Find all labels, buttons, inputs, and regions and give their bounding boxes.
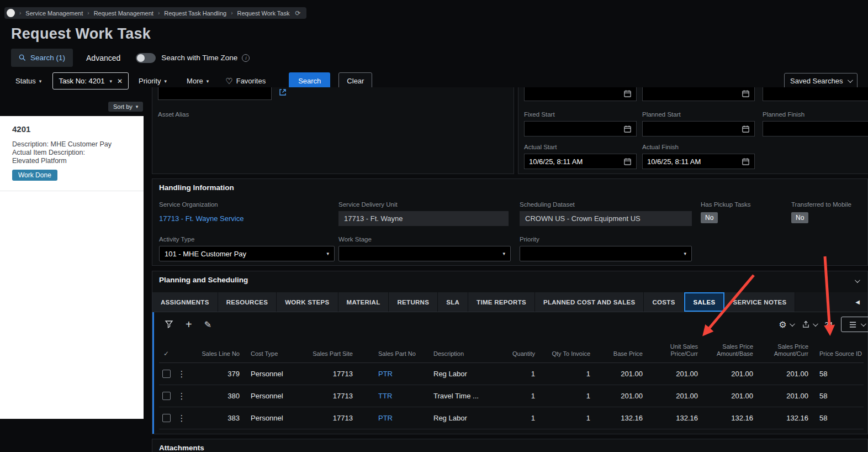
tab-material[interactable]: MATERIAL — [338, 292, 389, 312]
more-filters-dropdown[interactable]: More ▾ — [187, 77, 209, 85]
refresh-icon[interactable]: ⟳ — [295, 9, 300, 17]
col-cost-type[interactable]: Cost Type — [240, 350, 300, 358]
service-organization-link[interactable]: 17713 - Ft. Wayne Service — [159, 214, 244, 223]
col-unit-sales-price[interactable]: Unit Sales Price/Curr — [643, 343, 698, 359]
row-checkbox[interactable] — [162, 392, 171, 400]
calendar-icon[interactable] — [623, 125, 632, 133]
cell-sales-part-no-link[interactable]: TTR — [353, 392, 411, 400]
caret-down-icon: ▾ — [502, 251, 505, 256]
panel-collapse-chevron-icon[interactable] — [855, 277, 860, 283]
breadcrumb-item-request-management[interactable]: Request Management — [94, 10, 154, 17]
info-icon[interactable]: i — [242, 54, 250, 62]
actual-item-value: Elevated Platform — [12, 157, 133, 165]
sales-table-row[interactable]: ⋮ 380 Personnel 17713 TTR Travel Time ..… — [159, 385, 864, 407]
row-count: 24 — [825, 320, 833, 329]
breadcrumb-separator: › — [231, 10, 232, 16]
breadcrumb-separator: › — [87, 10, 89, 16]
calendar-icon[interactable] — [742, 157, 750, 166]
planned-finish-input[interactable] — [763, 121, 868, 136]
tab-time-reports[interactable]: TIME REPORTS — [468, 292, 535, 312]
calendar-icon[interactable] — [742, 125, 750, 133]
col-sales-price-amount-curr[interactable]: Sales Price Amount/Curr — [753, 343, 808, 359]
tab-assignments[interactable]: ASSIGNMENTS — [152, 292, 218, 312]
tab-service-notes[interactable]: SERVICE NOTES — [724, 292, 795, 312]
planning-scheduling-panel: Planning and Scheduling ASSIGNMENTS RESO… — [152, 271, 868, 434]
row-menu-kebab-icon[interactable]: ⋮ — [173, 391, 190, 401]
breadcrumb-item-request-task-handling[interactable]: Request Task Handling — [164, 10, 226, 17]
favorites-button[interactable]: ♡ Favorites — [225, 76, 266, 86]
col-qty-to-invoice[interactable]: Qty To Invoice — [535, 350, 590, 358]
calendar-icon[interactable] — [623, 157, 632, 166]
tab-sla[interactable]: SLA — [438, 292, 468, 312]
result-card-4201[interactable]: 4201 Description: MHE Customer Pay Actua… — [0, 116, 144, 191]
date-input-cut-1[interactable] — [524, 87, 637, 101]
tab-returns[interactable]: RETURNS — [389, 292, 438, 312]
sort-by-label: Sort by — [113, 103, 133, 110]
activity-type-select[interactable]: 101 - MHE Customer Pay ▾ — [159, 246, 335, 261]
work-stage-select[interactable]: ▾ — [338, 246, 511, 261]
actual-start-input[interactable]: 10/6/25, 8:11 AM — [524, 154, 637, 169]
cell-sales-line-no: 383 — [190, 414, 240, 422]
cell-cost-type: Personnel — [240, 392, 300, 400]
table-settings-dropdown[interactable]: ⚙ — [779, 319, 793, 330]
sales-table-row[interactable]: ⋮ 383 Personnel 17713 PTR Reg Labor 1 1 … — [159, 407, 864, 429]
add-row-icon[interactable]: + — [186, 318, 192, 331]
saved-searches-dropdown[interactable]: Saved Searches — [784, 73, 858, 90]
tab-planned-cost-and-sales[interactable]: PLANNED COST AND SALES — [535, 292, 644, 312]
actual-finish-input[interactable]: 10/6/25, 8:11 AM — [642, 154, 755, 169]
open-link-icon[interactable] — [278, 88, 287, 97]
col-price-source-id[interactable]: Price Source ID — [808, 350, 864, 358]
priority-label: Priority — [520, 236, 539, 243]
fixed-start-input[interactable] — [524, 121, 637, 136]
sales-table-row[interactable]: ⋮ 379 Personnel 17713 PTR Reg Labor 1 1 … — [159, 363, 864, 385]
date-input-cut-2[interactable] — [642, 87, 755, 101]
row-checkbox[interactable] — [162, 414, 171, 422]
export-dropdown[interactable] — [802, 320, 817, 329]
tab-advanced[interactable]: Advanced — [78, 54, 128, 62]
results-sidebar: 4201 Description: MHE Customer Pay Actua… — [0, 116, 144, 419]
status-filter-dropdown[interactable]: Status ▾ — [15, 77, 41, 85]
tab-search[interactable]: Search (1) — [11, 49, 73, 67]
filter-icon[interactable] — [165, 320, 173, 329]
sort-by-button[interactable]: Sort by ▾ — [108, 102, 143, 112]
chip-close-icon[interactable]: ✕ — [117, 77, 123, 85]
calendar-icon[interactable] — [742, 90, 750, 98]
calendar-icon[interactable] — [623, 90, 632, 98]
activity-type-value: 101 - MHE Customer Pay — [165, 250, 246, 258]
chevron-down-icon — [812, 321, 818, 327]
asset-input[interactable] — [158, 87, 272, 100]
breadcrumb-item-service-management[interactable]: Service Management — [25, 10, 83, 17]
breadcrumb-item-request-work-task[interactable]: Request Work Task — [237, 10, 289, 17]
date-input-cut-3[interactable] — [763, 87, 868, 101]
timezone-toggle[interactable] — [136, 53, 156, 63]
priority-select[interactable]: ▾ — [520, 246, 692, 261]
row-checkbox[interactable] — [162, 370, 171, 378]
col-sales-part-no[interactable]: Sales Part No — [353, 350, 411, 358]
tab-sales[interactable]: SALES — [684, 292, 725, 312]
row-menu-kebab-icon[interactable]: ⋮ — [173, 413, 190, 423]
tab-resources[interactable]: RESOURCES — [218, 292, 277, 312]
col-sales-line-no[interactable]: Sales Line No — [190, 350, 240, 358]
edit-icon[interactable]: ✎ — [204, 319, 211, 330]
col-quantity[interactable]: Quantity — [491, 350, 535, 358]
col-base-price[interactable]: Base Price — [590, 350, 643, 358]
col-sales-part-site[interactable]: Sales Part Site — [300, 350, 353, 358]
chevron-down-icon — [860, 321, 866, 327]
select-all-check-icon[interactable]: ✓ — [159, 350, 173, 358]
tab-scroll-left-icon[interactable]: ◀ — [855, 299, 860, 305]
col-description[interactable]: Description — [411, 350, 491, 358]
cell-sales-price-amount-base: 201.00 — [698, 370, 753, 378]
cell-sales-part-no-link[interactable]: PTR — [353, 370, 411, 378]
row-menu-kebab-icon[interactable]: ⋮ — [173, 369, 190, 379]
priority-filter-dropdown[interactable]: Priority ▾ — [139, 77, 167, 85]
planned-start-input[interactable] — [642, 121, 755, 136]
col-sales-price-amount-base[interactable]: Sales Price Amount/Base — [698, 343, 753, 359]
tab-costs[interactable]: COSTS — [644, 292, 684, 312]
cell-cost-type: Personnel — [240, 370, 300, 378]
actual-finish-label: Actual Finish — [642, 144, 679, 150]
tab-work-steps[interactable]: WORK STEPS — [277, 292, 338, 312]
view-selector-button[interactable] — [841, 317, 868, 332]
cell-unit-sales-price: 132.16 — [643, 414, 698, 422]
app-logo[interactable] — [7, 9, 15, 17]
cell-sales-part-no-link[interactable]: PTR — [353, 414, 411, 422]
